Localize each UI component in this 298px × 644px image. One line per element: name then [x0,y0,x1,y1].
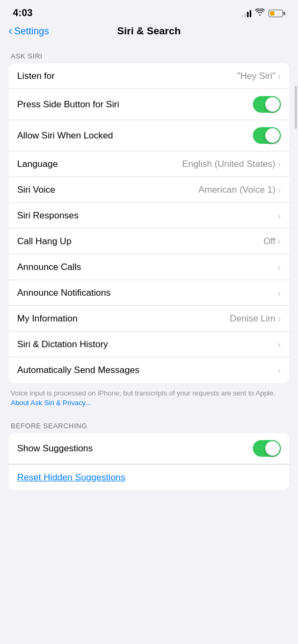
allow-siri-locked-row[interactable]: Allow Siri When Locked [9,120,289,151]
auto-send-messages-value: › [278,365,281,375]
announce-notifications-chevron-icon: › [278,288,281,298]
announce-calls-label: Announce Calls [17,262,81,273]
before-searching-group: Show Suggestions Reset Hidden Suggestion… [9,433,289,490]
siri-voice-label: Siri Voice [17,185,55,195]
signal-icon [242,10,251,17]
announce-notifications-label: Announce Notifications [17,288,111,298]
ask-siri-section-label: ASK SIRI [0,42,298,63]
listen-for-row[interactable]: Listen for "Hey Siri" › [9,63,289,89]
announce-calls-value: › [278,262,281,272]
nav-bar: ‹ Settings Siri & Search [0,23,298,42]
reset-hidden-suggestions-row[interactable]: Reset Hidden Suggestions [9,464,289,490]
show-suggestions-toggle[interactable] [253,440,281,457]
call-hang-up-value: Off › [264,236,281,247]
language-value: English (United States) › [182,159,281,170]
siri-voice-row[interactable]: Siri Voice American (Voice 1) › [9,177,289,203]
reset-hidden-suggestions-label: Reset Hidden Suggestions [17,472,125,483]
siri-voice-value: American (Voice 1) › [198,185,281,195]
my-information-value: Denise Lim › [230,313,281,324]
call-hang-up-row[interactable]: Call Hang Up Off › [9,229,289,254]
page-title: Siri & Search [117,25,180,37]
back-button[interactable]: ‹ Settings [9,26,49,37]
ask-siri-footer: Voice input is processed on iPhone, but … [0,383,298,419]
siri-responses-chevron-icon: › [278,211,281,221]
announce-notifications-row[interactable]: Announce Notifications › [9,280,289,306]
siri-dictation-history-row[interactable]: Siri & Dictation History › [9,332,289,357]
my-information-row[interactable]: My Information Denise Lim › [9,306,289,332]
announce-notifications-value: › [278,288,281,298]
siri-responses-value: › [278,211,281,221]
siri-dictation-history-chevron-icon: › [278,340,281,349]
toggle-knob [265,97,280,112]
listen-for-chevron-icon: › [278,71,281,81]
allow-siri-locked-toggle[interactable] [253,127,281,144]
language-label: Language [17,159,58,170]
call-hang-up-chevron-icon: › [278,237,281,246]
toggle-knob-3 [265,441,280,456]
press-side-button-row[interactable]: Press Side Button for Siri [9,89,289,120]
allow-siri-locked-label: Allow Siri When Locked [17,130,113,141]
siri-responses-row[interactable]: Siri Responses › [9,203,289,229]
siri-voice-chevron-icon: › [278,185,281,195]
language-chevron-icon: › [278,159,281,169]
status-icons [242,9,285,18]
call-hang-up-label: Call Hang Up [17,236,71,247]
my-information-chevron-icon: › [278,314,281,324]
language-row[interactable]: Language English (United States) › [9,151,289,177]
auto-send-messages-chevron-icon: › [278,365,281,375]
status-bar: 4:03 [0,0,298,23]
announce-calls-row[interactable]: Announce Calls › [9,254,289,280]
back-chevron-icon: ‹ [9,25,12,37]
toggle-knob-2 [265,128,280,143]
wifi-icon [255,9,265,18]
siri-dictation-history-label: Siri & Dictation History [17,339,108,350]
announce-calls-chevron-icon: › [278,262,281,272]
press-side-button-label: Press Side Button for Siri [17,99,119,110]
show-suggestions-label: Show Suggestions [17,443,93,454]
before-searching-section-label: BEFORE SEARCHING [0,419,298,433]
my-information-label: My Information [17,313,77,324]
ask-siri-group: Listen for "Hey Siri" › Press Side Butto… [9,63,289,383]
show-suggestions-row[interactable]: Show Suggestions [9,433,289,464]
status-time: 4:03 [13,8,33,19]
press-side-button-toggle[interactable] [253,96,281,113]
siri-responses-label: Siri Responses [17,210,78,221]
listen-for-value: "Hey Siri" › [237,71,281,82]
auto-send-messages-label: Automatically Send Messages [17,365,140,376]
privacy-link[interactable]: About Ask Siri & Privacy... [11,399,91,407]
siri-dictation-history-value: › [278,340,281,349]
back-label: Settings [14,26,49,37]
auto-send-messages-row[interactable]: Automatically Send Messages › [9,357,289,383]
scrollbar[interactable] [295,86,297,129]
battery-icon [268,10,285,17]
listen-for-label: Listen for [17,71,55,82]
